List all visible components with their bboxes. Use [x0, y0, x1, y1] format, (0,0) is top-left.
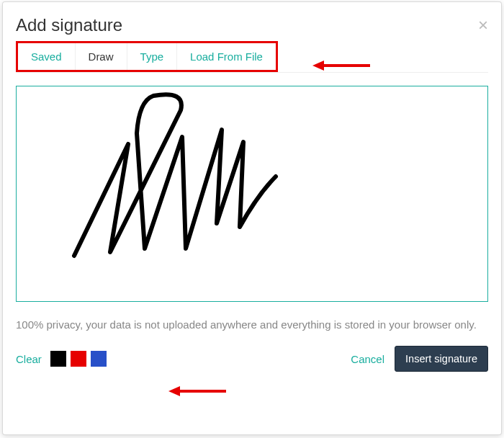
tab-load-from-file[interactable]: Load From File [177, 43, 276, 70]
add-signature-modal: Add signature × Saved Draw Type Load Fro… [2, 1, 502, 435]
annotation-arrow-footer-icon [168, 384, 226, 398]
svg-marker-3 [168, 386, 180, 396]
modal-footer: Clear Cancel Insert signature [16, 346, 488, 372]
annotation-arrow-tabs-icon [312, 58, 370, 73]
swatch-black[interactable] [50, 351, 66, 367]
modal-header: Add signature × [16, 15, 488, 35]
tab-saved[interactable]: Saved [18, 43, 76, 70]
close-icon[interactable]: × [478, 17, 488, 34]
cancel-button[interactable]: Cancel [351, 353, 384, 365]
tabs-row: Saved Draw Type Load From File [16, 41, 488, 73]
privacy-note: 100% privacy, your data is not uploaded … [16, 316, 488, 333]
insert-signature-button[interactable]: Insert signature [395, 346, 488, 372]
swatch-blue[interactable] [91, 351, 107, 367]
svg-marker-1 [312, 61, 324, 71]
modal-title: Add signature [16, 15, 122, 35]
color-swatches [50, 351, 107, 367]
swatch-red[interactable] [71, 351, 86, 367]
tab-draw[interactable]: Draw [76, 43, 127, 70]
tab-type[interactable]: Type [127, 43, 178, 70]
signature-canvas[interactable] [16, 86, 488, 302]
signature-tabs: Saved Draw Type Load From File [16, 41, 278, 72]
signature-drawing [60, 90, 297, 270]
clear-button[interactable]: Clear [16, 353, 42, 365]
